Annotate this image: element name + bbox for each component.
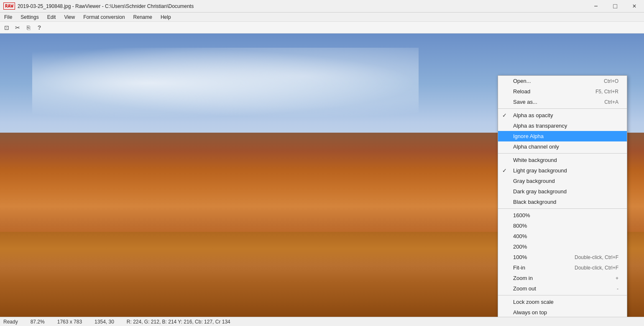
ctx-shortcut-save-as: Ctrl+A [604,99,618,105]
ctx-shortcut-fit-in: Double-click, Ctrl+F [575,265,618,271]
main-area: Open...Ctrl+OReloadF5, Ctrl+RSave as...C… [0,33,644,317]
ctx-label-zoom-400: 400% [513,233,618,239]
menu-item-settings[interactable]: Settings [16,13,43,21]
ctx-label-light-gray-bg: Light gray background [513,167,618,174]
ctx-label-fit-in: Fit-in [513,264,566,271]
menu-item-help[interactable]: Help [156,13,175,21]
status-coords: 1354, 30 [95,319,114,325]
ctx-label-white-bg: White background [513,157,618,163]
ctx-item-always-on-top[interactable]: Always on top [498,307,627,317]
maximize-button[interactable]: □ [606,0,625,13]
ctx-separator-3 [498,108,627,109]
ctx-item-alpha-opacity[interactable]: ✓Alpha as opacity [498,110,627,121]
ctx-label-zoom-1600: 1600% [513,212,618,218]
status-dimensions: 1763 x 783 [57,319,82,325]
ctx-item-zoom-200[interactable]: 200% [498,241,627,252]
ctx-label-alpha-opacity: Alpha as opacity [513,112,618,118]
menu-item-edit[interactable]: Edit [43,13,60,21]
ctx-label-zoom-800: 800% [513,223,618,229]
ctx-item-zoom-out[interactable]: Zoom out- [498,283,627,294]
ctx-item-zoom-1600[interactable]: 1600% [498,210,627,221]
minimize-button[interactable]: − [586,0,606,13]
menu-item-format-conversion[interactable]: Format conversion [79,13,129,21]
ctx-label-zoom-in: Zoom in [513,275,607,281]
ctx-label-always-on-top: Always on top [513,309,618,316]
status-zoom: 87.2% [31,319,45,325]
app-icon: RAW [3,3,15,10]
ctx-shortcut-reload: F5, Ctrl+R [595,89,618,95]
ctx-label-alpha-transparency: Alpha as transparency [513,123,618,129]
ctx-label-save-as: Save as... [513,99,596,105]
copy-toolbar-button[interactable]: ⎘ [23,23,33,32]
help-toolbar-button[interactable]: ? [34,23,44,32]
ctx-item-ignore-alpha[interactable]: Ignore Alpha [498,131,627,141]
ctx-label-zoom-100: 100% [513,254,566,260]
ctx-label-gray-bg: Gray background [513,178,618,184]
ctx-item-black-bg[interactable]: Black background [498,197,627,207]
ctx-check-alpha-opacity: ✓ [502,112,507,118]
context-menu: Open...Ctrl+OReloadF5, Ctrl+RSave as...C… [498,75,627,317]
ctx-item-lock-zoom[interactable]: Lock zoom scale [498,297,627,307]
menu-item-view[interactable]: View [60,13,79,21]
menubar: FileSettingsEditViewFormat conversionRen… [0,13,644,22]
ctx-shortcut-open: Ctrl+O [604,78,618,84]
ctx-shortcut-zoom-100: Double-click, Ctrl+F [575,254,618,260]
statusbar: Ready 87.2% 1763 x 783 1354, 30 R: 224, … [0,317,644,326]
ctx-label-reload: Reload [513,88,587,95]
ctx-separator-23 [498,295,627,295]
ctx-item-alpha-channel[interactable]: Alpha channel only [498,141,627,152]
ctx-item-zoom-800[interactable]: 800% [498,221,627,231]
ctx-item-zoom-100[interactable]: 100%Double-click, Ctrl+F [498,252,627,262]
clouds-layer [32,48,419,118]
ctx-item-dark-gray-bg[interactable]: Dark gray background [498,186,627,197]
ctx-label-black-bg: Black background [513,199,618,205]
titlebar-left: RAW 2019-03-25_190848.jpg - RawViewer - … [0,3,194,10]
ctx-label-ignore-alpha: Ignore Alpha [513,133,618,139]
menu-item-rename[interactable]: Rename [129,13,156,21]
ctx-label-alpha-channel: Alpha channel only [513,144,618,150]
ctx-item-gray-bg[interactable]: Gray background [498,176,627,186]
ctx-item-fit-in[interactable]: Fit-inDouble-click, Ctrl+F [498,262,627,273]
ctx-item-zoom-400[interactable]: 400% [498,231,627,241]
ctx-item-reload[interactable]: ReloadF5, Ctrl+R [498,86,627,97]
ctx-item-zoom-in[interactable]: Zoom in+ [498,273,627,283]
ctx-separator-8 [498,153,627,154]
titlebar: RAW 2019-03-25_190848.jpg - RawViewer - … [0,0,644,13]
ctx-label-zoom-out: Zoom out [513,285,608,292]
ctx-label-dark-gray-bg: Dark gray background [513,188,618,195]
ctx-separator-14 [498,208,627,209]
ctx-item-alpha-transparency[interactable]: Alpha as transparency [498,121,627,131]
menu-item-file[interactable]: File [0,13,16,21]
titlebar-title: 2019-03-25_190848.jpg - RawViewer - C:\U… [18,3,194,9]
ctx-label-lock-zoom: Lock zoom scale [513,299,618,305]
ctx-label-open: Open... [513,78,595,84]
toolbar: ⊡ ✂ ⎘ ? [0,22,644,33]
ctx-item-save-as[interactable]: Save as...Ctrl+A [498,97,627,107]
close-button[interactable]: × [625,0,644,13]
ctx-shortcut-zoom-out: - [617,286,618,292]
status-color: R: 224, G: 212, B: 214 Y: 216, Cb: 127, … [127,319,230,325]
ctx-shortcut-zoom-in: + [616,275,618,281]
ctx-check-light-gray-bg: ✓ [502,167,507,174]
ctx-item-light-gray-bg[interactable]: ✓Light gray background [498,165,627,176]
ctx-item-white-bg[interactable]: White background [498,155,627,165]
ctx-label-zoom-200: 200% [513,244,618,250]
ctx-item-open[interactable]: Open...Ctrl+O [498,76,627,86]
open-toolbar-button[interactable]: ⊡ [2,23,12,32]
titlebar-controls: − □ × [586,0,644,13]
cut-toolbar-button[interactable]: ✂ [13,23,23,32]
status-ready: Ready [3,319,18,325]
